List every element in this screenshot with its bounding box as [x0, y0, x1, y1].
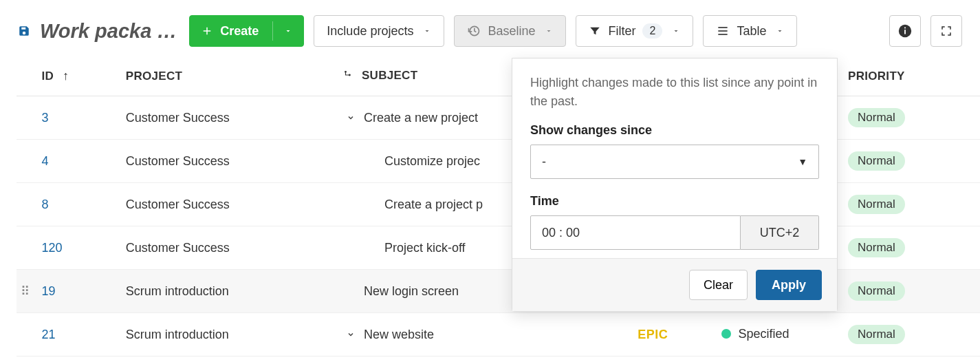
create-button[interactable]: Create	[189, 15, 304, 47]
work-package-id-link[interactable]: 19	[41, 284, 55, 298]
include-projects-button[interactable]: Include projects	[314, 15, 444, 47]
subject-text: New login screen	[364, 284, 459, 299]
priority-badge: Normal	[848, 108, 905, 127]
save-icon[interactable]	[18, 25, 30, 37]
project-cell: Customer Success	[118, 140, 335, 183]
baseline-description: Highlight changes made to this list sinc…	[530, 74, 819, 111]
apply-button[interactable]: Apply	[756, 270, 822, 300]
work-package-id-link[interactable]: 8	[41, 198, 48, 211]
column-header-priority[interactable]: PRIORITY	[840, 58, 980, 96]
sort-asc-icon: ↑	[63, 69, 69, 83]
subject-text: Customize projec	[384, 154, 480, 169]
subject-text: Create a project p	[384, 198, 483, 212]
timezone-box: UTC+2	[741, 215, 819, 250]
svg-rect-6	[904, 28, 906, 29]
work-package-id-link[interactable]: 21	[41, 328, 55, 341]
time-label: Time	[530, 194, 819, 209]
clear-button[interactable]: Clear	[689, 270, 748, 300]
project-cell: Scrum introduction	[118, 270, 335, 313]
filter-count-badge: 2	[642, 23, 662, 39]
fullscreen-button[interactable]	[930, 15, 962, 47]
svg-point-8	[349, 74, 350, 76]
filter-icon	[589, 25, 601, 37]
chevron-down-icon	[776, 27, 784, 35]
show-changes-label: Show changes since	[530, 123, 819, 138]
project-cell: Scrum introduction	[118, 313, 335, 356]
svg-rect-5	[904, 30, 906, 34]
status-dot-icon	[721, 329, 731, 339]
subject-text: New website	[364, 328, 434, 342]
info-icon	[897, 23, 913, 39]
chevron-down-icon	[672, 27, 680, 35]
work-package-id-link[interactable]: 3	[41, 111, 48, 125]
chevron-down-icon	[545, 27, 553, 35]
time-input[interactable]: 00 : 00	[530, 215, 741, 250]
filter-button[interactable]: Filter 2	[576, 15, 693, 47]
baseline-popover: Highlight changes made to this list sinc…	[512, 58, 838, 312]
plus-icon	[201, 25, 213, 37]
table-icon	[716, 24, 730, 38]
info-button[interactable]	[889, 15, 921, 47]
history-icon	[467, 24, 481, 38]
expand-icon[interactable]	[343, 330, 358, 339]
hierarchy-icon	[343, 70, 353, 83]
priority-badge: Normal	[848, 281, 905, 301]
drag-handle-icon[interactable]: ⠿	[21, 284, 30, 298]
baseline-button[interactable]: Baseline	[454, 15, 566, 47]
view-mode-button[interactable]: Table	[703, 15, 797, 47]
priority-badge: Normal	[848, 325, 905, 344]
page-title: Work packa …	[40, 20, 177, 43]
fullscreen-icon	[940, 25, 952, 37]
show-changes-select[interactable]: - ▼	[530, 145, 819, 179]
chevron-down-icon: ▼	[798, 156, 807, 167]
chevron-down-icon	[423, 27, 431, 35]
priority-badge: Normal	[848, 238, 905, 257]
project-cell: Customer Success	[118, 96, 335, 140]
work-package-id-link[interactable]: 4	[41, 154, 48, 168]
subject-text: Project kick-off	[384, 241, 466, 255]
project-cell: Customer Success	[118, 183, 335, 226]
project-cell: Customer Success	[118, 226, 335, 270]
column-header-id[interactable]: ID ↑	[33, 58, 117, 96]
table-row[interactable]: 21Scrum introductionNew websiteEPICSpeci…	[17, 313, 980, 356]
create-label: Create	[220, 24, 259, 39]
priority-badge: Normal	[848, 151, 905, 171]
chevron-down-icon	[284, 27, 292, 35]
priority-badge: Normal	[848, 195, 905, 214]
type-badge: EPIC	[638, 328, 668, 341]
expand-icon[interactable]	[343, 114, 358, 122]
column-header-project[interactable]: PROJECT	[118, 58, 335, 96]
status-cell: Specified	[721, 327, 789, 341]
svg-point-7	[345, 71, 347, 72]
subject-text: Create a new project	[364, 111, 478, 125]
work-package-id-link[interactable]: 120	[41, 241, 62, 255]
